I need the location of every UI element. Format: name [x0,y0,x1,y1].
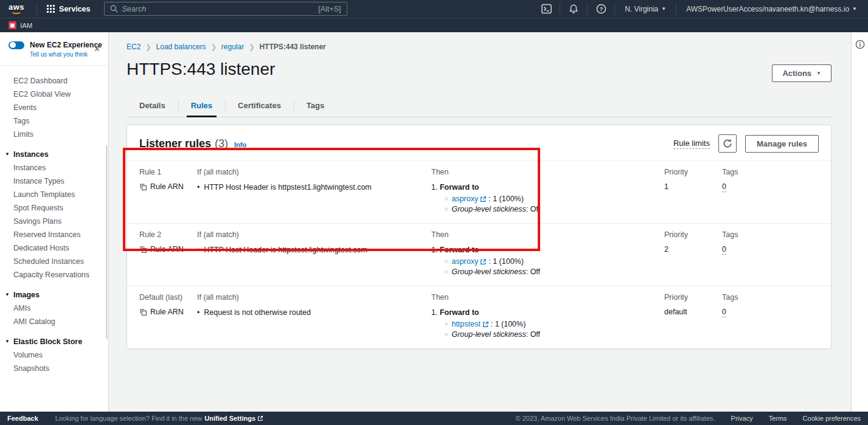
sidebar-item-ami-catalog[interactable]: AMI Catalog [0,315,108,328]
copy-icon[interactable] [139,308,147,316]
new-experience-toggle[interactable] [9,41,24,49]
target-weight: : 1 (100%) [488,257,524,266]
section-label: Images [13,291,40,299]
search-shortcut-hint: [Alt+S] [318,5,341,13]
priority-column-header: Priority [664,292,722,302]
tags-column-header: Tags [722,230,777,240]
aws-logo[interactable]: aws [9,4,24,14]
sidebar-item-tags[interactable]: Tags [0,114,108,128]
external-link-icon [482,321,489,328]
rule-limits-link[interactable]: Rule limits [673,139,710,149]
privacy-link[interactable]: Privacy [731,415,753,422]
refresh-button[interactable] [718,134,737,153]
unified-settings-link[interactable]: Unified Settings [204,415,263,422]
sidebar-item-amis[interactable]: AMIs [0,302,108,315]
feedback-link[interactable]: Feedback [7,415,38,422]
then-action: Forward to [440,308,479,317]
sidebar-item-dedicated-hosts[interactable]: Dedicated Hosts [0,241,108,255]
divider [676,4,676,15]
tags-count-link[interactable]: 0 [722,245,726,255]
sidebar-item-savings-plans[interactable]: Savings Plans [0,215,108,228]
global-search-input[interactable]: Search [Alt+S] [104,2,347,16]
info-panel-button[interactable] [852,40,868,49]
tab-rules[interactable]: Rules [178,95,225,117]
actions-button[interactable]: Actions ▼ [772,64,832,82]
sidebar-item-reserved-instances[interactable]: Reserved Instances [0,228,108,241]
target-group-link[interactable]: asproxy [451,194,487,204]
step-number: 1. [431,246,437,254]
sidebar-item-capacity-reservations[interactable]: Capacity Reservations [0,268,108,282]
breadcrumb-regular[interactable]: regular [221,43,244,51]
then-column-header: Then [431,230,664,240]
divider [36,4,37,15]
cloudshell-button[interactable] [538,0,555,18]
cloudshell-terminal-icon [541,4,552,14]
tags-column-header: Tags [722,292,777,302]
close-icon[interactable]: × [94,46,100,53]
copyright-text: © 2023, Amazon Web Services India Privat… [516,415,715,422]
sidebar-item-instance-types[interactable]: Instance Types [0,174,108,188]
sidebar-item-ec2-dashboard[interactable]: EC2 Dashboard [0,74,108,88]
target-group-link[interactable]: httpstest [451,319,488,329]
region-selector[interactable]: N. Virginia ▼ [620,5,671,13]
breadcrumb-load-balancers[interactable]: Load balancers [156,43,206,51]
tags-count-link[interactable]: 0 [722,182,726,192]
circle-bullet-icon: ○ [445,257,448,266]
section-label: Elastic Block Store [13,338,82,345]
help-button[interactable]: ? [592,0,609,18]
footer-bar: Feedback Looking for language selection?… [0,412,868,425]
favorite-iam-link[interactable]: ▦ IAM [9,21,32,29]
circle-bullet-icon: ○ [445,330,448,339]
iam-service-icon: ▦ [9,21,16,29]
info-link[interactable]: Info [234,141,246,148]
sidebar-item-snapshots[interactable]: Snapshots [0,362,108,375]
copy-icon[interactable] [139,183,147,191]
target-group-link[interactable]: asproxy [451,257,487,266]
copy-icon[interactable] [139,246,147,254]
manage-rules-button[interactable]: Manage rules [745,135,819,153]
rule-arn: Rule ARN [139,182,197,191]
tab-certificates[interactable]: Certificates [225,95,294,117]
services-menu-button[interactable]: Services [42,0,95,18]
cookie-preferences-link[interactable]: Cookie preferences [803,415,861,422]
sidebar-scrollbar[interactable] [106,145,108,339]
then-action: Forward to [440,246,479,254]
sidebar-item-volumes[interactable]: Volumes [0,348,108,362]
then-action: Forward to [440,183,479,192]
stickiness-value: : Off [526,330,540,339]
then-column-header: Then [431,167,664,177]
external-link-icon [480,258,487,265]
tags-count-link[interactable]: 0 [722,308,726,317]
rule-arn: Rule ARN [139,245,197,254]
rule-condition: HTTP Host Header is httpstest.lightwingt… [204,245,367,255]
info-icon [855,40,865,49]
sidebar-item-ec2-global-view[interactable]: EC2 Global View [0,88,108,101]
search-placeholder: Search [122,5,147,13]
account-label: AWSPowerUserAccess/navaneeth.kn@harness.… [686,5,849,13]
page-title: HTTPS:443 listener [127,60,275,79]
if-column-header: If (all match) [197,292,431,302]
sidebar-item-events[interactable]: Events [0,101,108,114]
breadcrumb-ec2[interactable]: EC2 [127,43,141,51]
notifications-button[interactable] [565,0,582,18]
rule-arn-label: Rule ARN [150,245,184,254]
tab-tags[interactable]: Tags [294,95,337,117]
sidebar-item-instances[interactable]: Instances [0,161,108,174]
sidebar-item-launch-templates[interactable]: Launch Templates [0,188,108,201]
sidebar-item-scheduled-instances[interactable]: Scheduled Instances [0,255,108,268]
sidebar-section-instances[interactable]: ▼ Instances [0,147,108,161]
sidebar-section-images[interactable]: ▼ Images [0,288,108,302]
sidebar-item-spot-requests[interactable]: Spot Requests [0,201,108,215]
bell-icon [569,4,578,14]
account-menu[interactable]: AWSPowerUserAccess/navaneeth.kn@harness.… [681,5,862,13]
sidebar-section-elastic-block-store[interactable]: ▼ Elastic Block Store [0,334,108,348]
sidebar-item-limits[interactable]: Limits [0,128,108,141]
tab-details[interactable]: Details [127,95,178,117]
services-label: Services [59,5,90,13]
terms-link[interactable]: Terms [769,415,787,422]
ec2-sidebar: New EC2 Experience Tell us what you thin… [0,32,109,412]
breadcrumb-separator-icon: ❯ [211,43,217,51]
tell-us-link[interactable]: Tell us what you think [30,51,102,58]
bullet-icon: • [197,182,200,192]
priority-column-header: Priority [664,167,722,177]
